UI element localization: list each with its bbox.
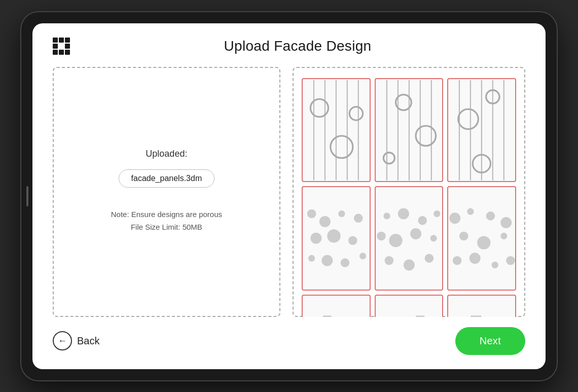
- facade-panel-top-mid: [375, 78, 444, 183]
- file-size-text: File Size Limit: 50MB: [111, 223, 222, 231]
- svg-point-52: [500, 233, 507, 239]
- facade-panel-mid-left: [302, 186, 371, 291]
- svg-point-36: [398, 208, 409, 220]
- svg-point-38: [434, 210, 440, 217]
- facade-panel-top-left: [302, 78, 371, 183]
- grid-cell: [65, 38, 70, 43]
- svg-point-51: [477, 236, 490, 250]
- svg-point-39: [377, 232, 386, 241]
- svg-point-25: [319, 216, 331, 227]
- facade-panel-top-right: [447, 78, 516, 183]
- svg-point-15: [383, 152, 394, 163]
- svg-point-24: [307, 209, 316, 219]
- svg-point-53: [453, 256, 462, 265]
- svg-point-28: [310, 233, 321, 244]
- svg-rect-73: [416, 315, 425, 316]
- svg-point-46: [449, 212, 460, 224]
- upload-panel[interactable]: Uploaded: facade_panels.3dm Note: Ensure…: [53, 67, 280, 317]
- svg-point-7: [349, 106, 363, 120]
- preview-panel: Facade Design Preview: [293, 67, 525, 317]
- svg-point-35: [383, 212, 390, 219]
- back-circle-icon: ←: [53, 331, 72, 350]
- footer: ← Back Next: [53, 327, 525, 355]
- svg-point-44: [403, 260, 414, 271]
- page-title: Upload Facade Design: [70, 38, 525, 54]
- svg-point-6: [331, 135, 353, 158]
- grid-cell: [53, 44, 58, 49]
- svg-point-5: [310, 99, 328, 117]
- svg-point-33: [340, 258, 349, 267]
- svg-point-40: [389, 234, 402, 247]
- back-button[interactable]: ← Back: [53, 331, 99, 350]
- svg-point-43: [384, 256, 393, 265]
- grid-cell: [65, 50, 70, 55]
- svg-point-29: [327, 229, 340, 242]
- svg-rect-58: [322, 315, 332, 316]
- svg-point-50: [459, 232, 468, 241]
- note-text: Note: Ensure designs are porous: [111, 210, 222, 219]
- grid-cell: [59, 44, 64, 49]
- facade-panel-bot-mid: [375, 295, 444, 317]
- grid-icon: [53, 38, 70, 55]
- svg-point-31: [308, 255, 315, 262]
- main-content: Uploaded: facade_panels.3dm Note: Ensure…: [53, 67, 525, 317]
- svg-point-54: [469, 253, 481, 264]
- next-button[interactable]: Next: [455, 327, 525, 355]
- svg-point-48: [486, 211, 495, 221]
- svg-point-34: [359, 253, 366, 259]
- svg-point-45: [424, 254, 434, 263]
- facade-panel-bot-left: [302, 295, 371, 317]
- grid-cell: [53, 50, 58, 55]
- svg-point-42: [430, 235, 437, 241]
- svg-point-27: [354, 214, 363, 223]
- screen: Upload Facade Design Uploaded: facade_pa…: [32, 23, 546, 369]
- svg-point-55: [492, 262, 498, 268]
- tablet-frame: Upload Facade Design Uploaded: facade_pa…: [20, 11, 558, 381]
- facade-grid: [302, 78, 516, 317]
- svg-point-47: [467, 208, 474, 215]
- notes-section: Note: Ensure designs are porous File Siz…: [111, 210, 222, 235]
- grid-cell: [59, 50, 64, 55]
- svg-point-49: [500, 217, 512, 228]
- grid-cell: [53, 38, 58, 43]
- grid-cell: [65, 44, 70, 49]
- file-badge: facade_panels.3dm: [119, 169, 215, 188]
- svg-point-41: [410, 228, 421, 239]
- facade-panel-mid-mid: [375, 186, 444, 291]
- grid-cell: [59, 38, 64, 43]
- header: Upload Facade Design: [53, 38, 525, 55]
- facade-panel-mid-right: [447, 186, 516, 291]
- svg-rect-85: [471, 315, 482, 316]
- facade-panel-bot-right: [447, 295, 516, 317]
- svg-point-21: [458, 109, 479, 129]
- uploaded-label: Uploaded:: [146, 149, 187, 159]
- svg-point-14: [416, 126, 436, 146]
- svg-point-37: [418, 216, 427, 225]
- svg-point-32: [321, 255, 333, 266]
- back-label: Back: [77, 335, 99, 347]
- svg-point-56: [506, 256, 515, 265]
- svg-point-26: [338, 210, 345, 217]
- svg-point-30: [348, 236, 357, 245]
